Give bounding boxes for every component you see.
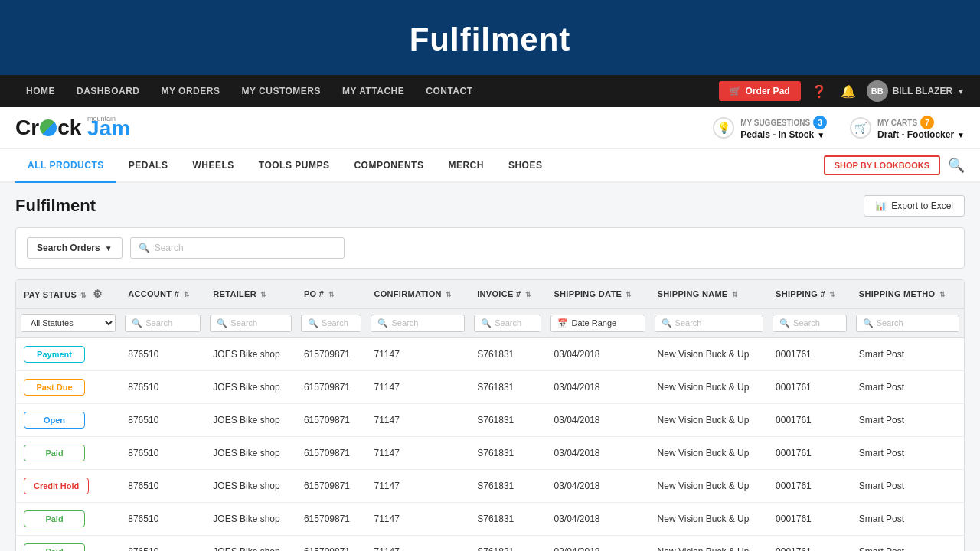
col-header-shipping-method[interactable]: SHIPPING METHO ⇅: [851, 280, 964, 308]
col-header-shipping-name[interactable]: SHIPPING NAME ⇅: [650, 280, 768, 308]
cell-confirmation-6: 71147: [366, 536, 469, 552]
col-header-shipping-num[interactable]: SHIPPING # ⇅: [768, 280, 851, 308]
brand-bar-right: 💡 MY SUGGESTIONS 3 Pedals - In Stock ▼ 🛒: [713, 116, 965, 140]
col-header-account[interactable]: ACCOUNT # ⇅: [120, 280, 205, 308]
table-header-row: PAY STATUS ⇅ ⚙ ACCOUNT # ⇅ RETAILER ⇅ PO…: [16, 280, 964, 308]
cell-po-4: 615709871: [296, 470, 367, 503]
col-header-invoice[interactable]: INVOICE # ⇅: [469, 280, 546, 308]
help-button[interactable]: ❓: [808, 81, 830, 102]
suggestions-info: MY SUGGESTIONS 3 Pedals - In Stock ▼: [740, 116, 827, 140]
filter-search-icon-4: 🔍: [377, 318, 388, 328]
filter-search-icon: 🔍: [132, 318, 142, 328]
cell-status-4: Credit Hold: [16, 470, 120, 503]
cell-shipping-method-6: Smart Post: [851, 536, 964, 552]
calendar-icon: 📅: [557, 318, 568, 328]
cat-nav-all-products[interactable]: ALL PRODUCTS: [15, 149, 116, 183]
status-filter-select[interactable]: All Statutes Payment Past Due Open Paid …: [21, 314, 116, 332]
search-orders-chevron-icon: ▼: [105, 244, 113, 253]
cell-account-5: 876510: [120, 503, 205, 536]
cart-icon: 🛒: [730, 86, 741, 96]
gear-icon-pay-status[interactable]: ⚙: [93, 288, 103, 300]
cell-account-0: 876510: [120, 337, 205, 371]
cell-invoice-2: S761831: [469, 404, 546, 437]
nav-item-dashboard[interactable]: DASHBOARD: [66, 75, 151, 107]
top-nav: HOME DASHBOARD MY ORDERS MY CUSTOMERS MY…: [0, 75, 980, 107]
cell-confirmation-1: 71147: [366, 371, 469, 404]
nav-item-my-attache[interactable]: MY ATTACHE: [332, 75, 415, 107]
carts-area[interactable]: 🛒 MY CARTS 7 Draft - Footlocker ▼: [850, 116, 965, 140]
chevron-down-icon: ▼: [957, 87, 965, 96]
search-orders-button[interactable]: Search Orders ▼: [27, 237, 122, 259]
status-badge-1: Past Due: [24, 379, 85, 396]
filter-search-icon-6: 🔍: [662, 318, 672, 328]
status-badge-3: Paid: [24, 445, 85, 461]
export-excel-button[interactable]: 📊 Export to Excel: [864, 195, 965, 217]
cell-shipping-name-1: New Vision Buck & Up: [650, 371, 768, 404]
cell-status-0: Payment: [16, 337, 120, 371]
col-header-pay-status[interactable]: PAY STATUS ⇅ ⚙: [16, 280, 120, 308]
cell-shipping-date-4: 03/04/2018: [546, 470, 649, 503]
nav-item-home[interactable]: HOME: [15, 75, 66, 107]
filter-cell-po[interactable]: 🔍 Search: [296, 308, 367, 337]
cell-account-2: 876510: [120, 404, 205, 437]
cell-confirmation-0: 71147: [366, 337, 469, 371]
col-header-po[interactable]: PO # ⇅: [296, 280, 367, 308]
logo[interactable]: Cr ck mountain Jam: [15, 115, 130, 141]
cell-retailer-1: JOES Bike shop: [205, 371, 296, 404]
cell-shipping-name-2: New Vision Buck & Up: [650, 404, 768, 437]
col-header-retailer[interactable]: RETAILER ⇅: [205, 280, 296, 308]
filter-cell-shipping-num[interactable]: 🔍 Search: [768, 308, 851, 337]
nav-item-my-customers[interactable]: MY CUSTOMERS: [230, 75, 332, 107]
nav-item-my-orders[interactable]: MY ORDERS: [151, 75, 231, 107]
cell-retailer-6: JOES Bike shop: [205, 536, 296, 552]
cell-status-6: Paid: [16, 536, 120, 552]
cat-nav-merch[interactable]: MERCH: [436, 149, 496, 183]
sort-icon-confirmation: ⇅: [446, 291, 452, 298]
search-field-icon: 🔍: [139, 243, 150, 253]
sort-icon-pay-status: ⇅: [80, 292, 87, 299]
page-header: Fulfilment 📊 Export to Excel: [15, 195, 965, 217]
notifications-button[interactable]: 🔔: [838, 81, 859, 102]
nav-item-contact[interactable]: CONTACT: [415, 75, 483, 107]
cell-shipping-method-0: Smart Post: [851, 337, 964, 371]
search-button[interactable]: 🔍: [948, 157, 965, 174]
cell-shipping-date-1: 03/04/2018: [546, 371, 649, 404]
cat-nav-components[interactable]: COMPONENTS: [341, 149, 436, 183]
col-header-confirmation[interactable]: CONFIRMATION ⇅: [366, 280, 469, 308]
suggestions-area[interactable]: 💡 MY SUGGESTIONS 3 Pedals - In Stock ▼: [713, 116, 827, 140]
main-search-field[interactable]: 🔍 Search: [130, 237, 345, 259]
cat-nav-pedals[interactable]: PEDALS: [116, 149, 181, 183]
cat-nav-tools-pumps[interactable]: TOOLS PUMPS: [247, 149, 342, 183]
cell-retailer-5: JOES Bike shop: [205, 503, 296, 536]
cell-shipping-name-3: New Vision Buck & Up: [650, 437, 768, 470]
suggestions-chevron-icon: ▼: [817, 131, 825, 139]
table-row: Paid 876510 JOES Bike shop 615709871 711…: [16, 437, 964, 470]
status-badge-4: Credit Hold: [24, 478, 89, 494]
filter-cell-shipping-name[interactable]: 🔍 Search: [650, 308, 768, 337]
filter-cell-confirmation[interactable]: 🔍 Search: [366, 308, 469, 337]
filter-cell-account[interactable]: 🔍 Search: [120, 308, 205, 337]
status-badge-0: Payment: [24, 346, 85, 363]
cell-retailer-4: JOES Bike shop: [205, 470, 296, 503]
cell-shipping-date-2: 03/04/2018: [546, 404, 649, 437]
cell-retailer-2: JOES Bike shop: [205, 404, 296, 437]
filter-cell-status[interactable]: All Statutes Payment Past Due Open Paid …: [16, 308, 120, 337]
cat-nav-wheels[interactable]: WHEELS: [180, 149, 246, 183]
sort-icon-retailer: ⇅: [260, 291, 266, 298]
col-header-shipping-date[interactable]: SHIPPING DATE ⇅: [546, 280, 649, 308]
table-row: Paid 876510 JOES Bike shop 615709871 711…: [16, 536, 964, 552]
filter-cell-invoice[interactable]: 🔍 Search: [469, 308, 546, 337]
cell-shipping-date-3: 03/04/2018: [546, 437, 649, 470]
cat-nav-shoes[interactable]: SHOES: [496, 149, 555, 183]
cell-account-1: 876510: [120, 371, 205, 404]
order-pad-button[interactable]: 🛒 Order Pad: [719, 81, 801, 101]
hero-title: Fulfilment: [0, 21, 980, 58]
filter-cell-shipping-method[interactable]: 🔍 Search: [851, 308, 964, 337]
user-menu[interactable]: BB BILL BLAZER ▼: [867, 80, 965, 102]
cell-confirmation-5: 71147: [366, 503, 469, 536]
filter-cell-retailer[interactable]: 🔍 Search: [205, 308, 296, 337]
cell-po-0: 615709871: [296, 337, 367, 371]
excel-icon: 📊: [875, 201, 887, 211]
lookbooks-button[interactable]: SHOP BY LOOKBOOKS: [824, 155, 940, 175]
filter-cell-shipping-date[interactable]: 📅 Date Range: [546, 308, 649, 337]
